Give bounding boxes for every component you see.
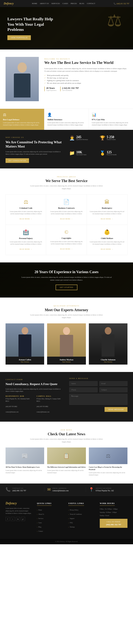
form-name-input[interactable]	[69, 381, 98, 386]
feature-title-1: Best Legal Defence	[3, 118, 41, 120]
quick-link-contact[interactable]: Contact	[37, 530, 43, 532]
about-section: WELCOME TO DEFENCY We Are The Best Law S…	[0, 50, 133, 108]
footer-email-icon: ✉	[47, 487, 50, 492]
bankruptcy-read-more[interactable]: READ MORE →	[101, 218, 113, 220]
useful-link-sitemap[interactable]: Sitemap	[68, 526, 75, 528]
practice-business: 📄 Business Contracts Lorem ipsum dolor s…	[46, 194, 87, 225]
respondent-block: Respondent: Rob 8 Your Popular No. 143, …	[6, 395, 33, 416]
get-started-button[interactable]: GET STARTED	[56, 284, 77, 290]
check-item-4: We care about your needs and advise you …	[44, 82, 128, 84]
copyrights-icon: ©	[49, 229, 84, 235]
contact-info-row: Respondent: Rob 8 Your Popular No. 143, …	[6, 395, 64, 416]
useful-link-faq[interactable]: FAQ	[68, 522, 72, 524]
nav-logo[interactable]: Defency	[4, 2, 14, 5]
child-welfare-icon: 👶	[90, 229, 124, 235]
nav-contact[interactable]: Contact	[87, 2, 95, 4]
contact-form-area: SEND A MESSAGE SEND MESSAGE	[69, 378, 128, 416]
stat-years-label: Legal Experience	[46, 90, 56, 91]
news-title-1: All You Want To Know About Bankruptcy La…	[6, 466, 44, 468]
child-welfare-read-more[interactable]: READ MORE →	[101, 248, 113, 250]
phone-icon: 📞	[114, 2, 116, 4]
practice-criminal: ⚖ Criminal Code Lorem ipsum dolor sit am…	[6, 194, 46, 225]
practice-title-4: Personal Injury	[9, 237, 43, 239]
quick-link-about[interactable]: About Us	[37, 514, 44, 515]
attorneys-section: QUALIFIED ATTORNEYS Meet Our Experts Att…	[0, 298, 133, 372]
footer-col-work-hours: Work Hours 9 Mon - Fri: 9:00am - 5:00pm …	[100, 502, 128, 533]
news-grid: 📰 All You Want To Know About Bankruptcy …	[6, 448, 128, 476]
form-subject-input[interactable]	[100, 388, 128, 392]
stat-cases: 📁 10K Successful Cases	[69, 150, 97, 163]
useful-link-terms[interactable]: Terms & Conditions	[68, 514, 82, 515]
stat-awards-num: 125	[107, 150, 116, 154]
attorneys-grid: Arman Cullen State Attorney Audrey Macka…	[6, 324, 128, 364]
charlie-head	[105, 327, 112, 334]
nav-cases[interactable]: Cases	[62, 2, 68, 4]
news-card-1: 📰 All You Want To Know About Bankruptcy …	[6, 448, 44, 476]
arman-info: Arman Cullen State Attorney	[6, 357, 44, 364]
news-img-1: 📰	[6, 448, 44, 464]
form-row-phone-subject	[69, 388, 128, 392]
twitter-icon[interactable]: t	[11, 517, 15, 521]
charlie-photo	[89, 324, 128, 357]
about-title: We Are The Best Law Service In The World	[44, 60, 128, 65]
linkedin-icon[interactable]: in	[16, 517, 20, 521]
injury-read-more[interactable]: READ MORE →	[20, 248, 32, 250]
stat-attorneys-label: Qualified Attorneys	[76, 139, 88, 140]
attorney-charlie: Charlie Solomon State Attorney	[89, 324, 128, 364]
cases-stat-icon: 📁	[69, 150, 75, 156]
case-win-icon: 📊	[92, 112, 130, 117]
nav-blog[interactable]: Blog	[80, 2, 84, 4]
footer-bottom: © 2021 Defency. All Rights Reserved.	[0, 539, 133, 544]
footer-email-value: contact@domain.com	[52, 490, 69, 492]
person-head	[18, 62, 27, 72]
nav-links: Home About Us Services Cases Prices Blog…	[32, 2, 95, 4]
quick-link-home[interactable]: Home	[37, 509, 42, 511]
nav-services[interactable]: Services	[51, 2, 60, 4]
criminal-read-more[interactable]: READ MORE →	[20, 218, 32, 220]
stat-awards: 🥇 125 Prizes & Awards	[100, 150, 128, 163]
quick-link-blog[interactable]: Blog	[37, 526, 41, 528]
campus-phone: (442) 087 876 8882	[36, 406, 64, 408]
quick-link-cases[interactable]: Cases	[37, 522, 42, 524]
call-us-number: (442) 081 332 797	[103, 524, 124, 526]
facebook-icon[interactable]: f	[6, 517, 10, 521]
arman-figure	[18, 327, 32, 357]
nav-prices[interactable]: Prices	[71, 2, 77, 4]
news-label: OUR NEWS	[6, 429, 128, 431]
arman-photo-inner	[6, 324, 44, 357]
useful-link-support[interactable]: Support	[68, 518, 74, 519]
attorney-arman: Arman Cullen State Attorney	[6, 324, 44, 364]
form-phone-input[interactable]	[69, 388, 98, 392]
consult-button[interactable]: GET CONSULTATION	[6, 158, 29, 163]
practice-text-5: Lorem ipsum dolor sit amet consectetur a…	[49, 241, 84, 245]
practice-text-4: Lorem ipsum dolor sit amet consectetur a…	[9, 241, 43, 245]
footer-email-info: EMAIL ADDRESS contact@domain.com	[52, 488, 69, 492]
stat-cases-num: 10K	[76, 150, 86, 154]
business-read-more[interactable]: READ MORE →	[60, 218, 73, 220]
practice-text-6: Lorem ipsum dolor sit amet consectetur a…	[90, 241, 124, 245]
charlie-name: Charlie Solomon	[91, 358, 126, 361]
footer-contact-info: CONTACT US (442) 081 332 797	[12, 488, 26, 492]
google-plus-icon[interactable]: g+	[21, 517, 25, 521]
work-hours-weekday: 9 Mon - Fri: 9:00am - 5:00pm	[100, 508, 128, 510]
practice-title-6: Child Welfare	[90, 237, 124, 239]
hero-cta-button[interactable]: VIEW PORTFOLIO	[8, 35, 31, 40]
nav-home[interactable]: Home	[32, 2, 37, 4]
practice-label: PRACTICE AREAS	[6, 176, 128, 178]
audrey-role: State Attorney	[49, 361, 84, 363]
audrey-head	[63, 327, 70, 335]
contact-description: Lorem ipsum dolor sit amet, consectetur …	[6, 388, 64, 393]
footer-col-about: Defency Lorem ipsum dolor sit amet, cons…	[6, 502, 33, 533]
form-submit-button[interactable]: SEND MESSAGE	[104, 407, 128, 412]
news-description: Lorem ipsum dolor sit amet, consectetur …	[30, 438, 104, 443]
footer-location-label: OFFICE LOCATION	[96, 488, 114, 489]
footer-contact-value: (442) 081 332 797	[12, 490, 26, 492]
feature-attorneys: 👤 Skilled Attorneys Lorem ipsum dolor si…	[44, 109, 89, 130]
nav-about[interactable]: About Us	[40, 2, 49, 4]
form-email-input[interactable]	[100, 381, 128, 386]
useful-link-privacy[interactable]: Privacy Policy	[68, 509, 78, 511]
quick-link-services[interactable]: Services	[37, 518, 44, 519]
news-card-2: 📋 The Difference between Legal Informati…	[47, 448, 86, 476]
copyrights-read-more[interactable]: READ MORE →	[60, 248, 73, 250]
form-message-textarea[interactable]	[69, 394, 128, 405]
